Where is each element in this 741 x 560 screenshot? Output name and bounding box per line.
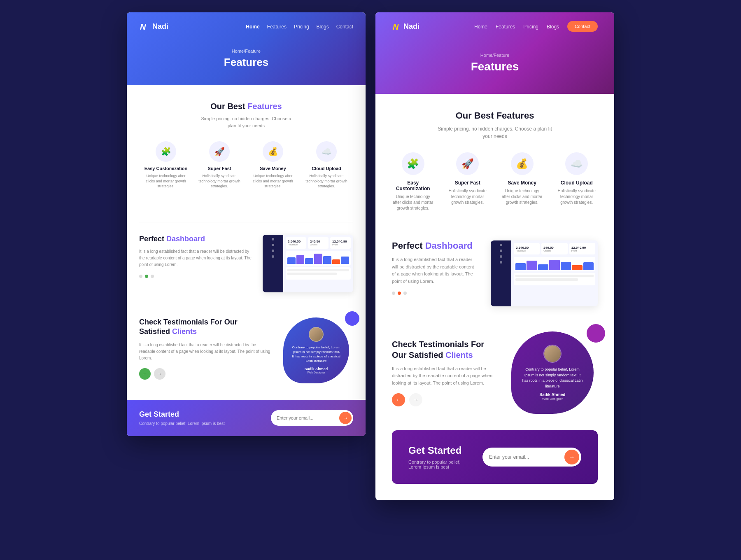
right-feature-icon-fast: 🚀 — [456, 152, 479, 175]
right-feature-name-4: Cloud Upload — [556, 180, 598, 186]
svg-text:N: N — [140, 22, 146, 31]
right-features-subtitle: Simple pricing. no hidden charges. Choos… — [437, 125, 552, 140]
left-email-submit[interactable]: → — [339, 412, 352, 424]
dashboard-mockup: 2,540.50 Revenue 240.50 Orders 12,540.90… — [263, 235, 353, 292]
left-features-subtitle: Simple pricing. no hidden charges. Choos… — [201, 115, 291, 129]
right-feature-item-1: 🧩 Easy Customization Unique technology a… — [392, 152, 434, 211]
right-features-grid: 🧩 Easy Customization Unique technology a… — [392, 152, 598, 211]
right-dot-2 — [398, 292, 401, 295]
right-dash-cards: 2,540.50 Revenue 240.50 Orders 12,540.90… — [514, 243, 595, 254]
dash-chart — [286, 251, 351, 266]
left-dashboard-title: Perfect Dashboard — [139, 235, 254, 243]
right-contact-btn[interactable]: Contact — [567, 21, 598, 32]
right-email-submit[interactable]: → — [564, 450, 579, 464]
right-dashboard-desc: It is a long established fact that a rea… — [392, 256, 478, 285]
nav-home[interactable]: Home — [246, 24, 259, 30]
right-feature-desc-4: Holistically syndicate technology mortar… — [556, 188, 598, 205]
right-bubble-avatar — [543, 345, 562, 363]
right-dashboard-text: Perfect Dashboard It is a long establish… — [392, 240, 478, 295]
bubble-decoration — [345, 311, 359, 326]
left-breadcrumb: Home/Feature — [139, 49, 353, 54]
feature-icon-money: 💰 — [263, 141, 283, 162]
dash-card-2: 240.50 Orders — [308, 237, 329, 249]
nav-blogs[interactable]: Blogs — [317, 24, 329, 30]
left-nav: N Nadi Home Features Pricing Blogs Conta… — [139, 21, 353, 32]
feature-desc-4: Holistically syndicate technology mortar… — [304, 173, 349, 189]
right-feature-name-3: Save Money — [501, 180, 543, 186]
right-dashboard-title: Perfect Dashboard — [392, 240, 478, 251]
right-feature-item-2: 🚀 Super Fast Holistically syndicate tech… — [447, 152, 489, 211]
right-feature-item-3: 💰 Save Money Unique technology after cli… — [501, 152, 543, 211]
right-feature-icon-customization: 🧩 — [402, 152, 424, 175]
bubble-avatar — [309, 327, 324, 342]
right-feature-desc-1: Unique technology after clicks and morta… — [392, 194, 434, 211]
bubble-name: Sadik Ahmed — [305, 367, 328, 371]
right-nav-home[interactable]: Home — [474, 24, 487, 30]
right-feature-item-4: ☁️ Cloud Upload Holistically syndicate t… — [556, 152, 598, 211]
feature-item-1: 🧩 Easy Customization Unique technology a… — [143, 141, 189, 189]
bubble-bg: Contrary to popular belief, Lorem Ipsum … — [283, 317, 349, 383]
right-feature-icon-money: 💰 — [511, 152, 534, 175]
right-bubble-decoration — [587, 324, 605, 343]
right-gs-text: Get Started Contrary to popular belief, … — [408, 445, 470, 469]
feature-desc-1: Unique technology after clicks and morta… — [143, 173, 189, 189]
left-testimonial-bubble: Contrary to popular belief, Lorem Ipsum … — [279, 317, 353, 383]
right-nav-links: Home Features Pricing Blogs Contact — [474, 21, 598, 32]
right-features-title: Our Best Features — [392, 110, 598, 121]
feature-icon-fast: 🚀 — [209, 141, 230, 162]
right-dash-sidebar — [491, 240, 511, 306]
left-testimonials-section: Check Testimonials For OurSatisfied Clie… — [127, 309, 366, 400]
left-dashboard-section: Perfect Dashboard It is a long establish… — [127, 222, 366, 309]
left-dashboard-image: 2,540.50 Revenue 240.50 Orders 12,540.90… — [263, 235, 353, 292]
right-testimonial-bubble: Contrary to popular belief, Lorem Ipsum … — [507, 331, 598, 414]
left-carousel-dots — [139, 275, 254, 278]
gs-text: Get Started Contrary to popular belief, … — [139, 410, 263, 426]
right-bubble-bg: Contrary to popular belief, Lorem Ipsum … — [511, 331, 594, 414]
feature-item-4: ☁️ Cloud Upload Holistically syndicate t… — [304, 141, 349, 189]
right-dash-main: 2,540.50 Revenue 240.50 Orders 12,540.90… — [511, 240, 598, 306]
gs-desc: Contrary to popular belief, Lorem Ipsum … — [139, 421, 263, 426]
left-logo: N Nadi — [139, 21, 168, 32]
next-btn[interactable]: → — [154, 368, 165, 380]
right-nav-pricing[interactable]: Pricing — [523, 24, 538, 30]
right-feature-desc-3: Unique technology after clicks and morta… — [501, 188, 543, 205]
nav-contact[interactable]: Contact — [336, 24, 353, 30]
left-testimonial-nav: ← → — [139, 368, 271, 380]
right-nav-features[interactable]: Features — [496, 24, 515, 30]
right-next-btn[interactable]: → — [409, 393, 422, 406]
right-panel: N Nadi Home Features Pricing Blogs Conta… — [375, 12, 614, 500]
right-dashboard-mockup: 2,540.50 Revenue 240.50 Orders 12,540.90… — [491, 240, 598, 306]
right-breadcrumb: Home/Feature — [392, 53, 598, 58]
right-feature-name-1: Easy Customization — [392, 180, 434, 191]
left-get-started: Get Started Contrary to popular belief, … — [127, 400, 366, 436]
right-feature-icon-cloud: ☁️ — [565, 152, 588, 175]
right-testimonial-nav: ← → — [392, 393, 495, 406]
right-logo: N Nadi — [392, 21, 419, 32]
left-testimonials-text: Check Testimonials For OurSatisfied Clie… — [139, 317, 271, 380]
right-testimonials-text: Check Testimonials ForOur Satisfied Clie… — [392, 339, 495, 407]
right-dash-card-2: 240.50 Orders — [541, 243, 567, 254]
dash-card-3: 12,540.90 Profit — [330, 237, 351, 249]
left-panel: N Nadi Home Features Pricing Blogs Conta… — [127, 12, 366, 436]
right-testimonials-section: Check Testimonials ForOur Satisfied Clie… — [375, 323, 614, 430]
right-page-title: Features — [392, 60, 598, 73]
right-nav-blogs[interactable]: Blogs — [547, 24, 559, 30]
right-prev-btn[interactable]: ← — [392, 393, 405, 406]
dash-sidebar — [263, 235, 283, 292]
right-email-input[interactable] — [489, 454, 564, 460]
feature-desc-2: Holistically syndicate technology mortar… — [197, 173, 242, 189]
right-dot-3 — [403, 292, 407, 295]
prev-btn[interactable]: ← — [139, 368, 151, 380]
right-header: N Nadi Home Features Pricing Blogs Conta… — [375, 12, 614, 94]
left-testimonials-title: Check Testimonials For OurSatisfied Clie… — [139, 317, 271, 337]
feature-item-3: 💰 Save Money Unique technology after cli… — [250, 141, 296, 189]
nav-pricing[interactable]: Pricing — [294, 24, 309, 30]
feature-name-4: Cloud Upload — [304, 166, 349, 171]
right-bubble-role: Web Designer — [542, 397, 563, 401]
left-page-title: Features — [139, 56, 353, 69]
left-email-input[interactable] — [277, 415, 339, 420]
nav-features[interactable]: Features — [267, 24, 287, 30]
right-dash-card-3: 12,540.90 Profit — [569, 243, 595, 254]
right-nav: N Nadi Home Features Pricing Blogs Conta… — [392, 21, 598, 32]
left-dashboard-text: Perfect Dashboard It is a long establish… — [139, 235, 254, 278]
